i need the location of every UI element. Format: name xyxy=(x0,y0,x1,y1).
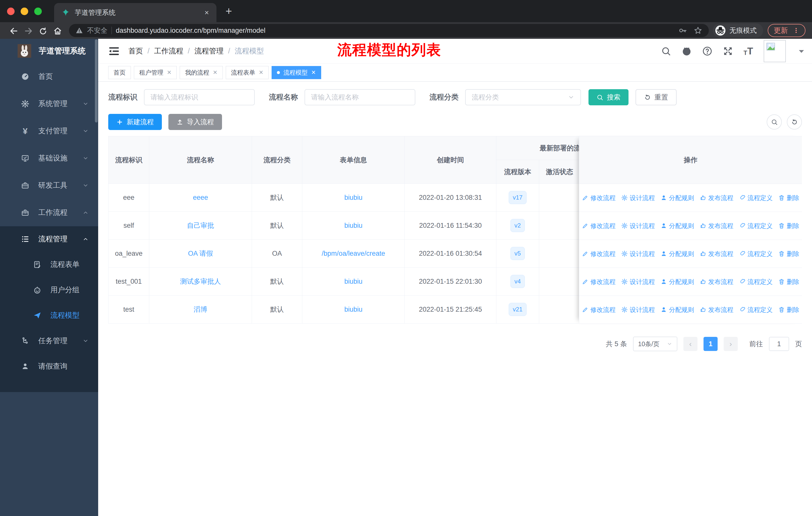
address-bar[interactable]: 不安全 dashboard.yudao.iocoder.cn/bpm/manag… xyxy=(69,24,709,37)
modify-process-link[interactable]: 修改流程 xyxy=(582,306,616,314)
delete-link[interactable]: 删除 xyxy=(778,250,800,258)
next-page-button[interactable]: › xyxy=(724,337,738,351)
page-size-select[interactable]: 10条/页 xyxy=(633,336,677,351)
sidebar-item-process-manage[interactable]: 流程管理 xyxy=(0,226,98,252)
publish-process-link[interactable]: 发布流程 xyxy=(700,194,733,202)
delete-link[interactable]: 删除 xyxy=(778,306,800,314)
publish-process-link[interactable]: 发布流程 xyxy=(700,250,733,258)
hamburger-icon[interactable] xyxy=(108,45,120,57)
process-name-link[interactable]: 滔博 xyxy=(194,306,207,313)
process-key-input[interactable] xyxy=(144,89,255,105)
github-icon[interactable] xyxy=(682,46,692,56)
modify-process-link[interactable]: 修改流程 xyxy=(582,278,616,286)
form-info-link[interactable]: biubiu xyxy=(344,306,362,313)
assign-rule-link[interactable]: 分配规则 xyxy=(661,306,694,314)
tag-close-icon[interactable]: ✕ xyxy=(259,69,263,76)
category-select[interactable]: 流程分类 xyxy=(465,89,581,105)
tag-close-icon[interactable]: ✕ xyxy=(213,69,217,76)
goto-page-input[interactable] xyxy=(769,337,789,351)
process-name-link[interactable]: 自己审批 xyxy=(187,222,214,229)
design-process-link[interactable]: 设计流程 xyxy=(621,222,655,230)
view-tag-tenant[interactable]: 租户管理✕ xyxy=(134,66,177,79)
view-tag-my-process[interactable]: 我的流程✕ xyxy=(180,66,223,79)
publish-process-link[interactable]: 发布流程 xyxy=(700,306,733,314)
sidebar-item-leave-query[interactable]: 请假查询 xyxy=(0,353,98,379)
breadcrumb-item[interactable]: 工作流程 xyxy=(154,46,183,56)
tag-close-icon[interactable]: ✕ xyxy=(311,69,316,76)
sidebar-item-process-model[interactable]: 流程模型 xyxy=(0,303,98,328)
sidebar-item-home[interactable]: 首页 xyxy=(0,63,98,90)
process-name-link[interactable]: eeee xyxy=(193,194,208,201)
view-tag-process-model[interactable]: 流程模型✕ xyxy=(271,66,321,79)
prev-page-button[interactable]: ‹ xyxy=(684,337,697,351)
form-info-link[interactable]: /bpm/oa/leave/create xyxy=(322,250,385,257)
process-definition-link[interactable]: 流程定义 xyxy=(739,306,773,314)
process-definition-link[interactable]: 流程定义 xyxy=(739,250,773,258)
assign-rule-link[interactable]: 分配规则 xyxy=(661,222,694,230)
caret-down-icon[interactable] xyxy=(796,46,807,56)
reload-button[interactable] xyxy=(36,25,50,35)
design-process-link[interactable]: 设计流程 xyxy=(621,306,655,314)
breadcrumb-item[interactable]: 流程管理 xyxy=(194,46,224,56)
sidebar-item-workflow[interactable]: 工作流程 xyxy=(0,199,98,226)
refresh-table-button[interactable] xyxy=(787,114,802,130)
sidebar-item-payment[interactable]: ¥支付管理 xyxy=(0,117,98,145)
delete-link[interactable]: 删除 xyxy=(778,222,800,230)
minimize-window-button[interactable] xyxy=(21,7,28,15)
help-icon[interactable] xyxy=(702,46,712,56)
current-page-button[interactable]: 1 xyxy=(703,337,718,351)
sidebar-item-user-group[interactable]: 用户分组 xyxy=(0,277,98,303)
sidebar-item-devtools[interactable]: 研发工具 xyxy=(0,172,98,199)
modify-process-link[interactable]: 修改流程 xyxy=(582,250,616,258)
publish-process-link[interactable]: 发布流程 xyxy=(700,278,733,286)
import-process-button[interactable]: 导入流程 xyxy=(168,114,222,130)
avatar[interactable] xyxy=(764,40,786,62)
bookmark-star-icon[interactable] xyxy=(694,26,702,35)
design-process-link[interactable]: 设计流程 xyxy=(621,250,655,258)
toggle-search-button[interactable] xyxy=(767,114,782,130)
form-info-link[interactable]: biubiu xyxy=(344,194,362,201)
publish-process-link[interactable]: 发布流程 xyxy=(700,222,733,230)
home-button[interactable] xyxy=(50,25,65,35)
assign-rule-link[interactable]: 分配规则 xyxy=(661,194,694,202)
form-info-link[interactable]: biubiu xyxy=(344,222,362,229)
back-button[interactable] xyxy=(6,25,21,35)
design-process-link[interactable]: 设计流程 xyxy=(621,278,655,286)
delete-link[interactable]: 删除 xyxy=(778,278,800,286)
browser-tab[interactable]: 芋道管理系统 × xyxy=(54,3,216,22)
browser-menu-dots-icon[interactable] xyxy=(793,27,800,34)
zoom-window-button[interactable] xyxy=(34,7,42,15)
delete-link[interactable]: 删除 xyxy=(778,194,800,202)
sidebar-item-process-form[interactable]: 流程表单 xyxy=(0,252,98,277)
process-definition-link[interactable]: 流程定义 xyxy=(739,194,773,202)
form-info-link[interactable]: biubiu xyxy=(344,278,362,285)
sidebar-item-system[interactable]: 系统管理 xyxy=(0,90,98,117)
breadcrumb-item[interactable]: 首页 xyxy=(128,46,143,56)
modify-process-link[interactable]: 修改流程 xyxy=(582,194,616,202)
assign-rule-link[interactable]: 分配规则 xyxy=(661,250,694,258)
tab-close-icon[interactable]: × xyxy=(204,8,209,17)
view-tag-process-form[interactable]: 流程表单✕ xyxy=(226,66,268,79)
assign-rule-link[interactable]: 分配规则 xyxy=(661,278,694,286)
reset-button[interactable]: 重置 xyxy=(636,89,676,105)
fullscreen-icon[interactable] xyxy=(723,46,733,56)
new-tab-button[interactable]: + xyxy=(226,5,232,18)
view-tag-home[interactable]: 首页 xyxy=(108,66,131,79)
search-button[interactable]: 搜索 xyxy=(588,89,629,105)
process-name-link[interactable]: OA 请假 xyxy=(188,250,213,257)
process-name-input[interactable] xyxy=(304,89,415,105)
design-process-link[interactable]: 设计流程 xyxy=(621,194,655,202)
sidebar-item-infrastructure[interactable]: 基础设施 xyxy=(0,145,98,172)
close-window-button[interactable] xyxy=(7,7,14,15)
process-name-link[interactable]: 测试多审批人 xyxy=(180,278,221,285)
sidebar-item-task-manage[interactable]: 任务管理 xyxy=(0,328,98,353)
modify-process-link[interactable]: 修改流程 xyxy=(582,222,616,230)
process-definition-link[interactable]: 流程定义 xyxy=(739,278,773,286)
process-definition-link[interactable]: 流程定义 xyxy=(739,222,773,230)
sidebar-scrollbar[interactable] xyxy=(95,39,98,123)
font-size-icon[interactable]: TT xyxy=(744,46,753,56)
tag-close-icon[interactable]: ✕ xyxy=(167,69,171,76)
create-process-button[interactable]: 新建流程 xyxy=(108,114,162,130)
update-browser-button[interactable]: 更新 xyxy=(768,24,806,37)
search-icon[interactable] xyxy=(661,46,671,56)
